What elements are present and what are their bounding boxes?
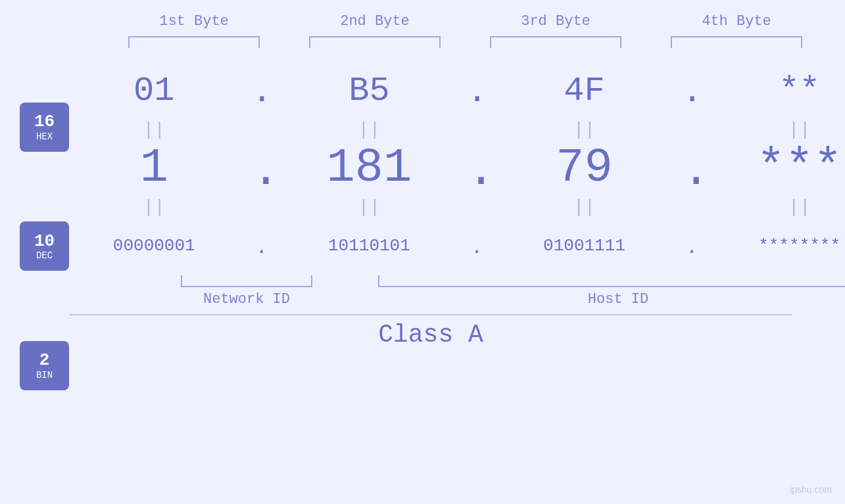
byte3-header: 3rd Byte bbox=[483, 13, 628, 30]
bin-badge-number: 2 bbox=[39, 351, 50, 370]
eq2-b3: || bbox=[512, 197, 657, 218]
bin-b4-value: ******** bbox=[758, 236, 840, 256]
bracket-byte4 bbox=[671, 36, 802, 48]
hex-b3-value: 4F bbox=[564, 72, 604, 110]
bin-b2-cell: 10110101 bbox=[297, 236, 441, 256]
network-id-group: Network ID bbox=[161, 275, 332, 308]
bin-badge: 2 BIN bbox=[20, 341, 69, 390]
class-row: Class A bbox=[69, 314, 792, 350]
dec-b2-value: 181 bbox=[327, 141, 412, 195]
network-bottom-bracket bbox=[181, 275, 312, 287]
bracket-byte2 bbox=[309, 36, 441, 48]
dec-badge: 10 DEC bbox=[20, 221, 69, 271]
dec-badge-label: DEC bbox=[36, 250, 53, 261]
hex-badge-label: HEX bbox=[36, 131, 53, 142]
badges-column: 16 HEX 10 DEC 2 BIN bbox=[0, 61, 69, 504]
bin-b1-cell: 00000001 bbox=[82, 236, 226, 256]
top-brackets bbox=[104, 36, 827, 48]
eq1-b1: || bbox=[82, 120, 226, 140]
dec-b4-cell: *** bbox=[727, 141, 845, 195]
dot-bin-3: . bbox=[682, 237, 702, 259]
hex-badge: 16 HEX bbox=[20, 103, 69, 152]
dot-hex-1: . bbox=[252, 73, 272, 112]
hex-b4-value: ** bbox=[779, 72, 819, 110]
byte-headers-row: 1st Byte 2nd Byte 3rd Byte 4th Byte bbox=[104, 13, 827, 30]
hex-b4-cell: ** bbox=[727, 72, 845, 110]
main-container: 1st Byte 2nd Byte 3rd Byte 4th Byte 16 H… bbox=[0, 0, 845, 504]
dot-dec-2: . bbox=[467, 145, 487, 198]
dec-badge-number: 10 bbox=[34, 232, 55, 251]
dot-bin-2: . bbox=[467, 237, 487, 259]
main-grid: 16 HEX 10 DEC 2 BIN 01 . B5 bbox=[0, 61, 845, 504]
eq2-b4: || bbox=[727, 197, 845, 218]
dec-b2-cell: 181 bbox=[297, 141, 441, 195]
dot-hex-2: . bbox=[467, 73, 487, 112]
hex-b2-value: B5 bbox=[349, 72, 389, 110]
dot-hex-3: . bbox=[682, 73, 702, 112]
dot-bin-1: . bbox=[252, 237, 272, 259]
hex-badge-number: 16 bbox=[34, 112, 55, 131]
bottom-section: Network ID Host ID bbox=[161, 275, 845, 308]
host-id-group: Host ID bbox=[352, 275, 845, 308]
eq2-b1: || bbox=[82, 197, 226, 218]
bin-data-row: 00000001 . 10110101 . 01001111 . *******… bbox=[69, 219, 845, 272]
class-label: Class A bbox=[69, 317, 792, 349]
dec-b4-value: *** bbox=[757, 141, 842, 195]
byte1-header: 1st Byte bbox=[122, 13, 266, 30]
bin-b4-cell: ******** bbox=[727, 236, 845, 256]
bin-b3-value: 01001111 bbox=[543, 236, 625, 256]
dot-dec-1: . bbox=[252, 145, 272, 198]
host-bottom-bracket bbox=[378, 275, 845, 287]
eq1-b4: || bbox=[727, 120, 845, 140]
eq1-b3: || bbox=[512, 120, 657, 140]
dec-b1-value: 1 bbox=[140, 141, 168, 195]
bin-b1-value: 00000001 bbox=[113, 236, 195, 256]
bracket-labels-row: Network ID Host ID bbox=[161, 275, 845, 308]
hex-b2-cell: B5 bbox=[297, 72, 441, 110]
hex-b1-cell: 01 bbox=[82, 72, 226, 110]
hex-b3-cell: 4F bbox=[512, 72, 657, 110]
dot-dec-3: . bbox=[682, 145, 702, 198]
hex-b1-value: 01 bbox=[133, 72, 174, 110]
bracket-byte1 bbox=[128, 36, 260, 48]
bin-badge-label: BIN bbox=[36, 370, 53, 380]
host-id-label: Host ID bbox=[588, 291, 648, 308]
dec-b3-cell: 79 bbox=[512, 141, 657, 195]
eq2-b2: || bbox=[297, 197, 441, 218]
bin-b2-value: 10110101 bbox=[328, 236, 410, 256]
byte4-header: 4th Byte bbox=[664, 13, 809, 30]
watermark: ipshu.com bbox=[790, 484, 832, 495]
dec-b3-value: 79 bbox=[556, 141, 612, 195]
network-id-label: Network ID bbox=[203, 291, 290, 308]
byte2-header: 2nd Byte bbox=[302, 13, 447, 30]
bin-b3-cell: 01001111 bbox=[512, 236, 657, 256]
bracket-byte3 bbox=[490, 36, 621, 48]
data-rows: 01 . B5 . 4F . ** || || bbox=[69, 61, 845, 504]
dec-b1-cell: 1 bbox=[82, 141, 226, 195]
hex-data-row: 01 . B5 . 4F . ** bbox=[69, 64, 845, 117]
eq1-b2: || bbox=[297, 120, 441, 140]
equals-row-1: || || || || bbox=[69, 117, 845, 142]
equals-row-2: || || || || bbox=[69, 195, 845, 219]
dec-data-row: 1 . 181 . 79 . *** bbox=[69, 142, 845, 195]
